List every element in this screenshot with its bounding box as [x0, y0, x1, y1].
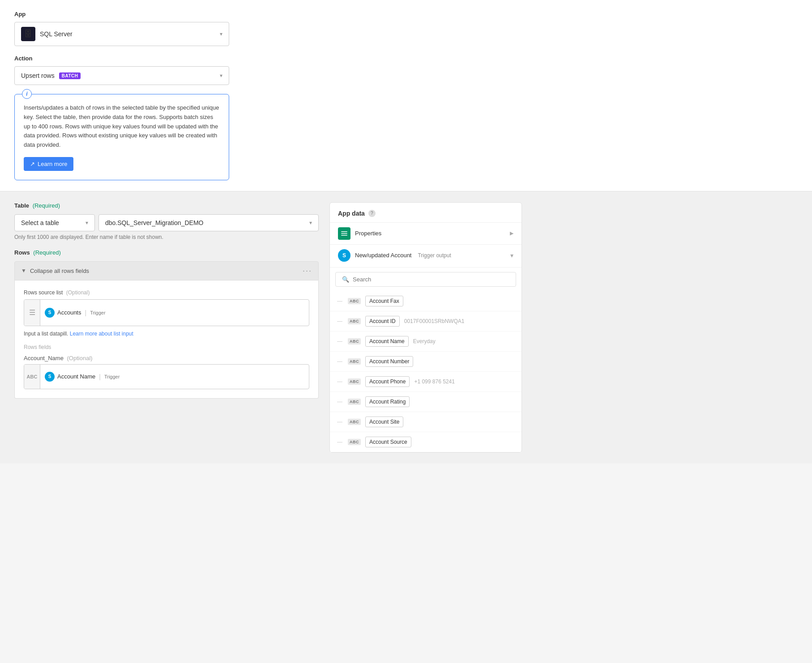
- collapse-label: Collapse all rows fields: [30, 268, 89, 274]
- abc-badge: ABC: [348, 439, 361, 445]
- dash-icon: —: [336, 399, 343, 405]
- app-section: App 🗄 SQL Server ▾: [14, 11, 798, 46]
- table-hint: Only first 1000 are displayed. Enter nam…: [14, 234, 319, 240]
- data-items-list: — ABC Account Fax — ABC Account ID 0017F…: [330, 291, 521, 452]
- learn-more-icon: ↗: [30, 161, 35, 167]
- search-input[interactable]: [353, 276, 509, 283]
- learn-more-button[interactable]: ↗ Learn more: [24, 157, 73, 171]
- pill-separator: |: [85, 309, 86, 316]
- app-data-header: App data ?: [330, 203, 521, 223]
- properties-label: Properties: [355, 230, 381, 237]
- account-rating-tag: Account Rating: [365, 396, 410, 407]
- abc-badge: ABC: [348, 298, 361, 304]
- rows-content: Rows source list (Optional) ☰ S Accounts…: [14, 280, 319, 399]
- account-name-pill-badge: Trigger: [104, 374, 120, 379]
- dash-icon: —: [336, 358, 343, 365]
- table-name-chevron: ▾: [309, 220, 312, 226]
- rows-fields-section: Rows fields Account_Name (Optional) ABC …: [24, 344, 309, 389]
- account-name-salesforce-icon: S: [45, 372, 55, 382]
- rows-required: (Required): [33, 249, 60, 256]
- app-select-chevron: ▾: [220, 31, 222, 37]
- rows-source-pill-text: Accounts: [57, 309, 81, 316]
- rows-field-label: Rows (Required): [14, 249, 319, 256]
- rows-source-handle: ☰: [24, 300, 40, 326]
- rows-source-section: Rows source list (Optional) ☰ S Accounts…: [24, 289, 309, 337]
- table-required: (Required): [33, 202, 60, 209]
- trigger-row: S New/updated Account Trigger output ▾: [330, 245, 521, 268]
- data-item-account-phone[interactable]: — ABC Account Phone +1 099 876 5241: [330, 372, 521, 392]
- account-name-tag: Account Name: [365, 336, 409, 347]
- account-name-label: Account_Name (Optional): [24, 355, 309, 361]
- abc-badge: ABC: [348, 338, 361, 344]
- account-name-field: Account_Name (Optional) ABC S Account Na…: [24, 355, 309, 389]
- abc-badge: ABC: [348, 399, 361, 405]
- rows-source-optional: (Optional): [66, 289, 90, 296]
- action-select-chevron: ▾: [220, 72, 222, 79]
- data-item-account-id[interactable]: — ABC Account ID 0017F00001SRbNWQA1: [330, 311, 521, 332]
- dash-icon: —: [336, 338, 343, 344]
- data-item-account-number[interactable]: — ABC Account Number: [330, 352, 521, 372]
- app-label: App: [14, 11, 798, 17]
- data-item-account-source[interactable]: — ABC Account Source: [330, 432, 521, 452]
- account-site-tag: Account Site: [365, 416, 403, 427]
- table-select-placeholder: Select a table: [21, 219, 59, 226]
- account-name-input[interactable]: ABC S Account Name | Trigger: [24, 364, 309, 389]
- action-label: Action: [14, 55, 798, 62]
- rows-source-pill: S Accounts | Trigger: [40, 300, 110, 326]
- account-id-tag: Account ID: [365, 316, 400, 327]
- left-panel: Table (Required) Select a table ▾ dbo.SQ…: [14, 202, 319, 453]
- right-panel: App data ? Properties ▶ S New/updated Ac…: [329, 202, 522, 453]
- collapse-bar[interactable]: ▼ Collapse all rows fields ···: [14, 261, 319, 280]
- account-fax-tag: Account Fax: [365, 296, 403, 306]
- list-learn-more-link[interactable]: Learn more about list input: [70, 331, 133, 337]
- dash-icon: —: [336, 298, 343, 304]
- account-phone-tag: Account Phone: [365, 376, 410, 387]
- account-name-data-value: Everyday: [413, 338, 515, 344]
- action-section: Action Upsert rows BATCH ▾: [14, 55, 798, 85]
- rows-source-pill-badge: Trigger: [90, 310, 105, 315]
- dash-icon: —: [336, 318, 343, 324]
- table-name-value: dbo.SQL_Server_Migration_DEMO: [105, 219, 203, 226]
- abc-badge: ABC: [348, 378, 361, 385]
- action-name: Upsert rows: [21, 72, 55, 79]
- app-name: SQL Server: [40, 30, 73, 38]
- dash-icon: —: [336, 439, 343, 445]
- rows-source-input[interactable]: ☰ S Accounts | Trigger: [24, 299, 309, 326]
- help-icon[interactable]: ?: [368, 210, 376, 217]
- action-select[interactable]: Upsert rows BATCH ▾: [14, 66, 229, 85]
- svg-rect-2: [341, 235, 347, 236]
- account-id-value: 0017F00001SRbNWQA1: [404, 318, 515, 324]
- properties-row[interactable]: Properties ▶: [330, 223, 521, 245]
- search-box[interactable]: 🔍: [335, 272, 516, 287]
- account-name-pill-text: Account Name: [57, 373, 95, 380]
- table-select-chevron: ▾: [85, 220, 88, 226]
- abc-badge: ABC: [348, 419, 361, 425]
- account-number-tag: Account Number: [365, 356, 413, 367]
- dash-icon: —: [336, 419, 343, 425]
- data-item-account-site[interactable]: — ABC Account Site: [330, 412, 521, 432]
- learn-more-label: Learn more: [38, 161, 67, 167]
- info-icon: i: [22, 89, 32, 99]
- app-select[interactable]: 🗄 SQL Server ▾: [14, 22, 229, 46]
- data-item-account-name[interactable]: — ABC Account Name Everyday: [330, 332, 521, 352]
- rows-section: Rows (Required) ▼ Collapse all rows fiel…: [14, 249, 319, 399]
- properties-chevron-icon: ▶: [510, 230, 513, 236]
- trigger-chevron-icon: ▾: [510, 252, 513, 259]
- table-row-inputs: Select a table ▾ dbo.SQL_Server_Migratio…: [14, 214, 319, 231]
- search-icon: 🔍: [342, 276, 349, 283]
- account-name-pill: S Account Name | Trigger: [40, 365, 124, 389]
- rows-fields-label: Rows fields: [24, 344, 309, 350]
- table-name-select[interactable]: dbo.SQL_Server_Migration_DEMO ▾: [98, 214, 319, 231]
- batch-badge: BATCH: [59, 72, 81, 79]
- collapse-triangle-icon: ▼: [21, 268, 26, 274]
- svg-rect-0: [341, 231, 347, 232]
- account-phone-value: +1 099 876 5241: [414, 378, 515, 385]
- table-select-dropdown[interactable]: Select a table ▾: [14, 214, 95, 231]
- dash-icon: —: [336, 378, 343, 385]
- account-name-optional: (Optional): [67, 355, 93, 361]
- trigger-output-text: Trigger output: [418, 252, 451, 259]
- salesforce-icon: S: [45, 308, 55, 318]
- dots-menu-icon[interactable]: ···: [303, 266, 312, 276]
- data-item-account-fax[interactable]: — ABC Account Fax: [330, 291, 521, 311]
- data-item-account-rating[interactable]: — ABC Account Rating: [330, 392, 521, 412]
